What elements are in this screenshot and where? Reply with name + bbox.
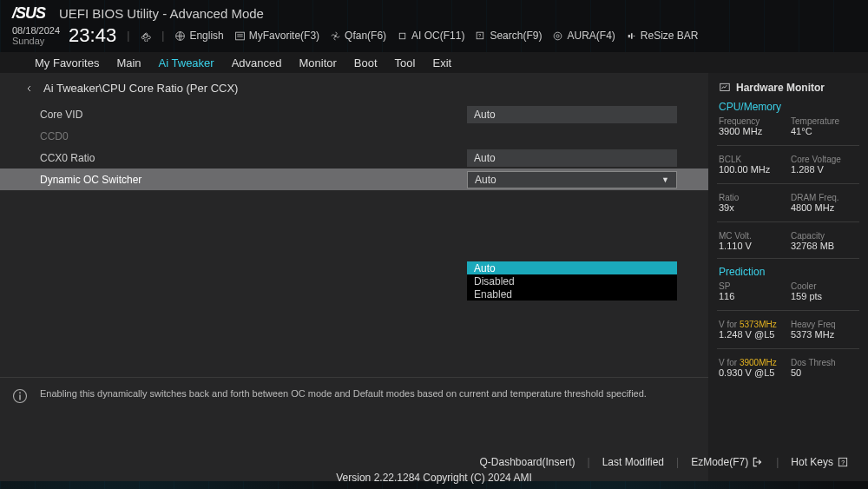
svg-text:?: ? bbox=[479, 33, 482, 38]
chevron-down-icon: ▼ bbox=[661, 175, 669, 184]
hwmon-title: Hardware Monitor bbox=[719, 82, 858, 94]
qdashboard-button[interactable]: Q-Dashboard(Insert) bbox=[472, 456, 582, 468]
stat-item: V for 3900MHz0.930 V @L5 bbox=[719, 358, 786, 378]
logo: /SUS bbox=[12, 4, 45, 23]
ccx0-field[interactable]: Auto bbox=[467, 149, 677, 167]
chip-icon bbox=[397, 30, 408, 42]
stat-item: SP116 bbox=[719, 281, 786, 301]
clock: 23:43 bbox=[69, 24, 116, 47]
day: Sunday bbox=[12, 36, 60, 46]
question-icon: ? bbox=[837, 456, 849, 468]
stat-item: MC Volt.1.110 V bbox=[719, 231, 786, 251]
myfavorite-button[interactable]: MyFavorite(F3) bbox=[234, 30, 319, 42]
pred-section: Prediction bbox=[719, 266, 858, 278]
version-text: Version 2.22.1284 Copyright (C) 2024 AMI bbox=[0, 472, 868, 484]
tab-monitor[interactable]: Monitor bbox=[299, 56, 337, 69]
tab-boot[interactable]: Boot bbox=[354, 56, 378, 69]
tab-ai-tweaker[interactable]: Ai Tweaker bbox=[159, 56, 214, 69]
fan-icon bbox=[330, 30, 341, 42]
stat-item: Capacity32768 MB bbox=[791, 231, 858, 251]
monitor-icon bbox=[719, 82, 731, 94]
search-icon: ? bbox=[475, 30, 486, 42]
back-icon[interactable] bbox=[24, 83, 35, 94]
tab-advanced[interactable]: Advanced bbox=[232, 56, 282, 69]
info-icon bbox=[12, 388, 28, 404]
cpu-section: CPU/Memory bbox=[719, 101, 858, 113]
hotkeys-button[interactable]: Hot Keys? bbox=[784, 456, 856, 468]
breadcrumb-text: Ai Tweaker\CPU Core Ratio (Per CCX) bbox=[43, 82, 238, 95]
tab-tool[interactable]: Tool bbox=[395, 56, 416, 69]
search-button[interactable]: ?Search(F9) bbox=[475, 30, 542, 42]
tab-exit[interactable]: Exit bbox=[432, 56, 451, 69]
language-button[interactable]: English bbox=[174, 30, 223, 42]
ccd0-label: CCD0 bbox=[40, 130, 708, 142]
svg-point-6 bbox=[555, 32, 562, 40]
svg-rect-1 bbox=[235, 32, 244, 40]
svg-text:?: ? bbox=[841, 459, 845, 466]
stat-item: Core Voltage1.288 V bbox=[791, 155, 858, 175]
page-title: UEFI BIOS Utility - Advanced Mode bbox=[59, 6, 264, 21]
svg-point-9 bbox=[19, 392, 21, 393]
svg-rect-3 bbox=[399, 33, 405, 39]
qfan-button[interactable]: Qfan(F6) bbox=[330, 30, 386, 42]
stat-item: DRAM Freq.4800 MHz bbox=[791, 193, 858, 213]
dropdown-option-disabled[interactable]: Disabled bbox=[467, 274, 677, 287]
aura-icon bbox=[552, 30, 563, 42]
tab-main[interactable]: Main bbox=[116, 56, 141, 69]
globe-icon bbox=[174, 30, 186, 42]
stat-item: Temperature41°C bbox=[791, 116, 858, 136]
corevid-label: Core VID bbox=[40, 109, 467, 121]
stat-item: V for 5373MHz1.248 V @L5 bbox=[719, 320, 786, 340]
dropdown-option-auto[interactable]: Auto bbox=[467, 261, 677, 274]
ccx0-label: CCX0 Ratio bbox=[40, 152, 467, 164]
settings-button[interactable] bbox=[140, 30, 151, 42]
lastmodified-button[interactable]: Last Modified bbox=[595, 456, 671, 468]
dynoc-label: Dynamic OC Switcher bbox=[40, 174, 467, 186]
aioc-button[interactable]: AI OC(F11) bbox=[397, 30, 464, 42]
gear-icon bbox=[140, 30, 151, 42]
stat-item: Ratio39x bbox=[719, 193, 786, 213]
dynoc-dropdown[interactable]: Auto▼ bbox=[467, 171, 677, 188]
exit-icon bbox=[752, 456, 764, 468]
stat-item: Dos Thresh50 bbox=[791, 358, 858, 378]
tabbar: My FavoritesMainAi TweakerAdvancedMonito… bbox=[0, 52, 868, 73]
svg-point-7 bbox=[556, 34, 559, 36]
stat-item: BCLK100.00 MHz bbox=[719, 155, 786, 175]
ezmode-button[interactable]: EzMode(F7) bbox=[684, 456, 771, 468]
stat-item: Heavy Freq5373 MHz bbox=[791, 320, 858, 340]
resize-icon bbox=[626, 30, 637, 42]
corevid-field[interactable]: Auto bbox=[467, 106, 677, 123]
tab-my-favorites[interactable]: My Favorites bbox=[35, 56, 99, 69]
list-icon bbox=[234, 30, 246, 42]
svg-rect-10 bbox=[19, 395, 21, 400]
stat-item: Frequency3900 MHz bbox=[719, 116, 786, 136]
aura-button[interactable]: AURA(F4) bbox=[552, 30, 615, 42]
dynoc-dropdown-list: AutoDisabledEnabled bbox=[467, 261, 677, 301]
dropdown-option-enabled[interactable]: Enabled bbox=[467, 287, 677, 301]
resizebar-button[interactable]: ReSize BAR bbox=[626, 30, 699, 42]
stat-item: Cooler159 pts bbox=[791, 281, 858, 301]
date: 08/18/2024 bbox=[12, 25, 60, 36]
